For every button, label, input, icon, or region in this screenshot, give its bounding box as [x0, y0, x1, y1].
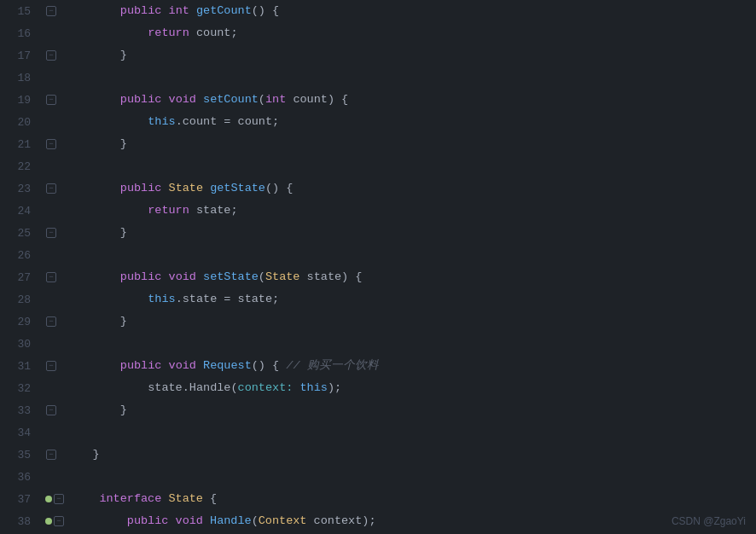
- line-number: 38: [0, 515, 41, 528]
- line-number: 19: [0, 94, 41, 107]
- line-number: 18: [0, 72, 41, 84]
- line-code-content: }: [61, 222, 127, 244]
- fold-icon[interactable]: −: [46, 228, 56, 238]
- fold-icon[interactable]: −: [46, 139, 56, 149]
- fold-icon[interactable]: −: [54, 516, 64, 526]
- code-line: 25− }: [0, 222, 756, 244]
- line-gutter: −: [41, 272, 61, 282]
- code-line: 36: [0, 466, 756, 488]
- code-line: 34: [0, 421, 756, 444]
- line-code-content: public void Handle(Context context);: [68, 510, 376, 532]
- line-number: 34: [0, 427, 41, 439]
- line-code-content: return state;: [61, 200, 238, 222]
- code-line: 37− interface State {: [0, 488, 756, 510]
- line-code-content: this.count = count;: [61, 111, 279, 133]
- line-number: 37: [0, 493, 41, 506]
- code-line: 17− }: [0, 44, 756, 67]
- code-line: 18: [0, 67, 756, 89]
- line-number: 30: [0, 338, 41, 351]
- line-number: 31: [0, 360, 41, 373]
- line-number: 32: [0, 382, 41, 395]
- code-line: 23− public State getState() {: [0, 177, 756, 200]
- line-number: 29: [0, 316, 41, 328]
- fold-icon[interactable]: −: [46, 405, 56, 415]
- code-line: 26: [0, 244, 756, 266]
- line-number: 24: [0, 205, 41, 218]
- code-editor: 15− public int getCount() {16 return cou…: [0, 0, 756, 534]
- code-line: 21− }: [0, 133, 756, 155]
- line-number: 21: [0, 138, 41, 151]
- line-gutter: −: [41, 361, 61, 371]
- line-code-content: }: [61, 399, 127, 421]
- line-gutter: −: [41, 95, 61, 105]
- code-line: 30: [0, 333, 756, 355]
- line-gutter: −: [41, 450, 61, 460]
- line-gutter: −: [41, 183, 61, 194]
- line-code-content: }: [61, 44, 127, 67]
- line-number: 28: [0, 293, 41, 306]
- fold-icon[interactable]: −: [46, 316, 56, 327]
- line-code-content: return count;: [61, 22, 238, 44]
- fold-icon[interactable]: −: [54, 494, 64, 504]
- line-number: 20: [0, 116, 41, 129]
- code-line: 38− public void Handle(Context context);: [0, 510, 756, 532]
- line-code-content: public int getCount() {: [61, 0, 279, 22]
- code-line: 27− public void setState(State state) {: [0, 266, 756, 288]
- fold-icon[interactable]: −: [46, 6, 56, 16]
- fold-icon[interactable]: −: [46, 50, 56, 61]
- line-gutter: −: [41, 316, 61, 327]
- line-number: 36: [0, 471, 41, 484]
- line-gutter: −: [41, 50, 61, 61]
- code-line: 15− public int getCount() {: [0, 0, 756, 22]
- line-code-content: }: [61, 311, 127, 333]
- fold-icon[interactable]: −: [46, 361, 56, 371]
- fold-icon[interactable]: −: [46, 450, 56, 460]
- code-line: 35− }: [0, 444, 756, 466]
- watermark: CSDN @ZgaoYi: [672, 515, 746, 527]
- line-number: 15: [0, 5, 41, 18]
- code-line: 20 this.count = count;: [0, 111, 756, 133]
- code-line: 33− }: [0, 399, 756, 421]
- line-gutter: −: [41, 516, 68, 526]
- breakpoint-dot: [45, 496, 52, 502]
- line-number: 25: [0, 227, 41, 240]
- line-gutter: −: [41, 405, 61, 415]
- line-code-content: public void Request() { // 购买一个饮料: [61, 355, 379, 377]
- line-number: 23: [0, 183, 41, 195]
- line-number: 33: [0, 404, 41, 417]
- line-gutter: −: [41, 494, 68, 504]
- line-code-content: }: [61, 444, 100, 466]
- code-line: 16 return count;: [0, 22, 756, 44]
- line-code-content: public void setState(State state) {: [61, 266, 362, 288]
- code-line: 28 this.state = state;: [0, 288, 756, 311]
- fold-icon[interactable]: −: [46, 95, 56, 105]
- line-gutter: −: [41, 139, 61, 149]
- code-content: 15− public int getCount() {16 return cou…: [0, 0, 756, 534]
- line-number: 27: [0, 271, 41, 284]
- code-line: 22: [0, 155, 756, 177]
- code-line: 19− public void setCount(int count) {: [0, 89, 756, 111]
- line-number: 26: [0, 249, 41, 262]
- code-line: 29− }: [0, 311, 756, 333]
- line-gutter: −: [41, 228, 61, 238]
- line-number: 16: [0, 27, 41, 40]
- line-code-content: public void setCount(int count) {: [61, 89, 348, 111]
- line-number: 35: [0, 449, 41, 461]
- line-code-content: public State getState() {: [61, 177, 293, 200]
- code-line: 32 state.Handle(context: this);: [0, 377, 756, 399]
- line-code-content: interface State {: [68, 488, 217, 510]
- line-gutter: −: [41, 6, 61, 16]
- code-line: 31− public void Request() { // 购买一个饮料: [0, 355, 756, 377]
- line-number: 22: [0, 160, 41, 173]
- breakpoint-dot: [45, 518, 52, 525]
- fold-icon[interactable]: −: [46, 272, 56, 282]
- fold-icon[interactable]: −: [46, 183, 56, 194]
- line-number: 17: [0, 49, 41, 62]
- line-code-content: this.state = state;: [61, 288, 279, 311]
- line-code-content: state.Handle(context: this);: [61, 377, 341, 399]
- line-code-content: }: [61, 133, 127, 155]
- code-line: 24 return state;: [0, 200, 756, 222]
